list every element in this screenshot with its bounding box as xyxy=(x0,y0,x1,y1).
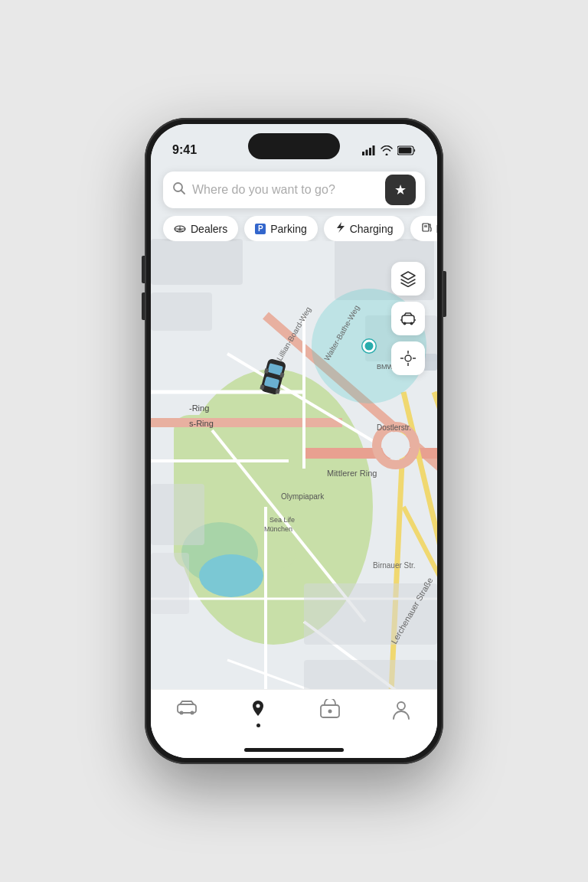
svg-text:-Ring: -Ring xyxy=(189,403,209,413)
layers-button[interactable] xyxy=(391,262,425,296)
dynamic-island xyxy=(248,133,340,159)
phone-screen: 9:41 xyxy=(151,124,437,758)
svg-rect-5 xyxy=(399,147,412,153)
svg-rect-71 xyxy=(424,225,427,227)
status-icons xyxy=(362,145,416,155)
svg-rect-34 xyxy=(151,553,189,614)
svg-text:Sea Life: Sea Life xyxy=(270,516,295,524)
svg-rect-2 xyxy=(369,148,371,155)
favorites-button[interactable]: ★ xyxy=(385,175,416,205)
search-bar[interactable]: Where do you want to go? ★ xyxy=(163,172,425,208)
phone-frame: 9:41 xyxy=(145,118,443,764)
svg-text:München: München xyxy=(264,525,292,533)
svg-rect-3 xyxy=(373,145,375,155)
status-time: 9:41 xyxy=(172,143,197,157)
svg-rect-1 xyxy=(366,149,368,155)
dealers-icon xyxy=(174,223,186,235)
dealers-label: Dealers xyxy=(191,223,227,235)
svg-point-10 xyxy=(199,554,263,597)
svg-rect-0 xyxy=(362,152,364,155)
car-view-button[interactable] xyxy=(391,302,425,335)
search-placeholder: Where do you want to go? xyxy=(192,183,379,197)
parking-icon: P xyxy=(255,224,266,234)
fuel-label: Fuel xyxy=(436,223,437,235)
locate-button[interactable] xyxy=(391,341,425,375)
parking-label: Parking xyxy=(270,223,306,235)
map-nav-icon xyxy=(249,699,267,720)
svg-point-85 xyxy=(256,704,260,708)
svg-text:s-Ring: s-Ring xyxy=(189,419,214,428)
svg-text:Dostlerstr.: Dostlerstr. xyxy=(377,423,411,432)
svg-point-73 xyxy=(403,322,407,325)
svg-rect-33 xyxy=(151,484,204,545)
svg-point-77 xyxy=(405,355,411,361)
nav-car[interactable] xyxy=(151,699,223,716)
svg-text:Birnauer Str.: Birnauer Str. xyxy=(373,561,416,570)
svg-point-83 xyxy=(179,711,183,715)
fuel-icon xyxy=(421,221,432,236)
svg-point-87 xyxy=(328,710,332,714)
svg-line-66 xyxy=(181,190,185,194)
nav-profile[interactable] xyxy=(366,699,438,720)
services-nav-icon xyxy=(319,699,341,720)
chip-charging[interactable]: Charging xyxy=(324,216,404,241)
svg-text:Mittlerer Ring: Mittlerer Ring xyxy=(327,469,377,478)
home-indicator xyxy=(244,748,344,752)
svg-point-42 xyxy=(364,341,374,351)
charging-label: Charging xyxy=(350,223,394,235)
chip-dealers[interactable]: Dealers xyxy=(163,216,238,241)
chip-parking[interactable]: P Parking xyxy=(244,216,317,241)
chip-fuel[interactable]: Fuel xyxy=(410,216,437,241)
charging-icon xyxy=(335,221,345,236)
svg-rect-29 xyxy=(151,239,243,285)
nav-active-indicator xyxy=(256,724,260,727)
svg-point-74 xyxy=(410,322,413,325)
search-icon xyxy=(172,181,186,199)
filter-chips: Dealers P Parking Charging xyxy=(151,216,437,241)
svg-point-28 xyxy=(382,432,410,459)
battery-icon xyxy=(397,145,416,155)
map-controls xyxy=(391,262,425,375)
wifi-icon xyxy=(381,145,393,155)
signal-icon xyxy=(362,145,376,155)
car-nav-icon xyxy=(176,699,198,716)
svg-point-84 xyxy=(190,711,194,715)
svg-text:Olympiapark: Olympiapark xyxy=(281,492,325,501)
svg-rect-30 xyxy=(151,292,212,331)
profile-nav-icon xyxy=(391,699,411,720)
svg-point-88 xyxy=(397,702,405,710)
star-icon: ★ xyxy=(394,181,407,198)
nav-map[interactable] xyxy=(223,699,295,727)
nav-services[interactable] xyxy=(294,699,366,720)
svg-rect-72 xyxy=(402,315,414,323)
